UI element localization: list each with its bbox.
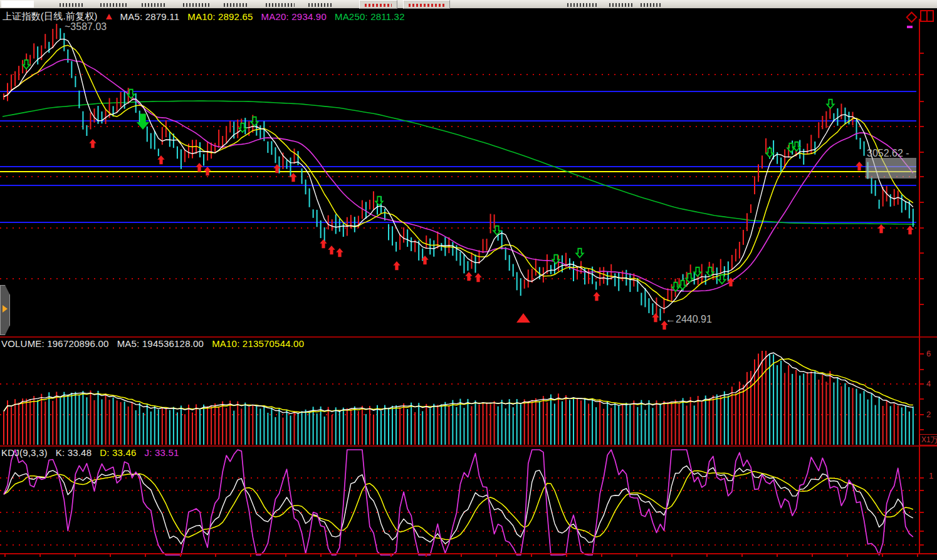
volume-value: VOLUME: 196720896.00 bbox=[1, 338, 109, 349]
chart-canvas[interactable] bbox=[0, 0, 937, 560]
ma20-value: MA20: 2934.90 bbox=[261, 11, 327, 22]
ma5-value: MA5: 2879.11 bbox=[120, 11, 180, 22]
volume-unit-box: X1万 bbox=[919, 434, 937, 445]
menubar-item-fragment[interactable] bbox=[567, 3, 597, 7]
peak-price-annotation: ~3587.03 bbox=[65, 21, 107, 33]
kdj-axis-label: 1 bbox=[929, 471, 933, 480]
menubar-item-fragment[interactable] bbox=[224, 3, 249, 7]
main-chart-header: 上证指数(日线.前复权) MA5: 2879.11 MA10: 2892.65 … bbox=[3, 11, 405, 23]
kdj-k-value: K: 33.48 bbox=[56, 447, 92, 458]
ma10-value: MA10: 2892.65 bbox=[187, 11, 253, 22]
volume-ma10-value: MA10: 213570544.00 bbox=[212, 338, 304, 349]
kdj-d-value: D: 33.46 bbox=[100, 447, 136, 458]
logo-box bbox=[1, 1, 34, 8]
volume-header: VOLUME: 196720896.00 MA5: 194536128.00 M… bbox=[1, 338, 304, 349]
kdj-label: KDJ(9,3,3) bbox=[1, 447, 48, 458]
app-window: 上证指数(日线.前复权) MA5: 2879.11 MA10: 2892.65 … bbox=[0, 0, 937, 560]
menubar-item-fragment[interactable] bbox=[100, 3, 127, 7]
volume-axis-label-4: 4 bbox=[926, 379, 931, 388]
volume-axis-label-2: 2 bbox=[926, 410, 931, 419]
menubar-item-fragment[interactable] bbox=[60, 3, 85, 7]
volume-axis-label-6: 6 bbox=[926, 349, 931, 358]
menubar-item-fragment[interactable] bbox=[308, 3, 332, 7]
menubar-item-fragment[interactable] bbox=[641, 3, 662, 7]
kdj-j-value: J: 33.51 bbox=[145, 447, 179, 458]
up-arrow-icon bbox=[106, 11, 112, 19]
menubar-item-fragment[interactable] bbox=[142, 3, 167, 7]
menubar-button-red-1[interactable] bbox=[359, 0, 397, 9]
ma250-value: MA250: 2811.32 bbox=[335, 11, 405, 22]
menubar-button-red-2[interactable] bbox=[403, 0, 450, 9]
volume-ma5-value: MA5: 194536128.00 bbox=[117, 338, 204, 349]
menubar-item-fragment[interactable] bbox=[183, 3, 211, 7]
menubar-item-fragment[interactable] bbox=[266, 3, 295, 7]
split-panes-icon[interactable] bbox=[920, 10, 934, 22]
menubar-item-fragment[interactable] bbox=[609, 3, 634, 7]
kdj-header: KDJ(9,3,3) K: 33.48 D: 33.46 J: 33.51 bbox=[1, 447, 179, 458]
trough-price-annotation: ←2440.91 bbox=[666, 314, 712, 325]
magenta-marker bbox=[907, 26, 913, 28]
sidebar-expand-tab[interactable] bbox=[0, 285, 10, 335]
current-price-annotation: 3052.62 - bbox=[867, 148, 909, 159]
menu-bar bbox=[0, 0, 937, 9]
expand-sidebar-icon bbox=[3, 305, 11, 313]
